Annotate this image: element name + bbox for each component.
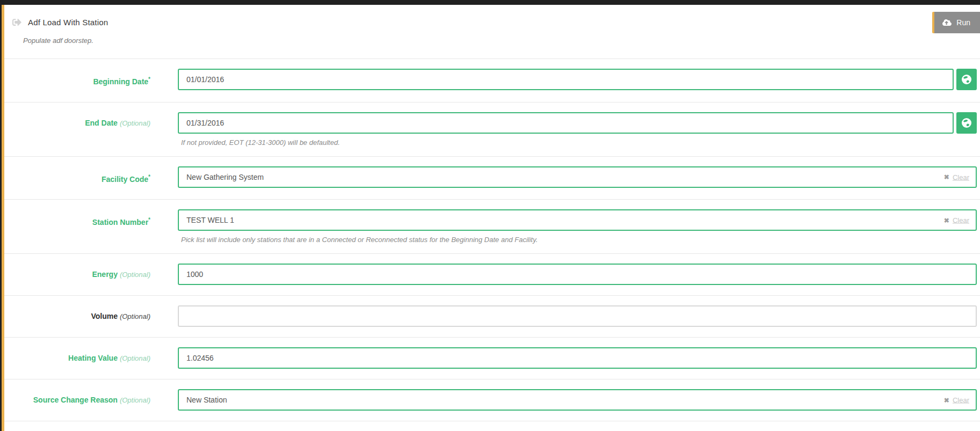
required-asterisk: * — [148, 174, 150, 180]
form-row-beginning-date: Beginning Date* — [4, 59, 980, 102]
beginning-date-label: Beginning Date* — [4, 69, 150, 92]
field-label-text: End Date — [85, 119, 118, 127]
optional-tag: (Optional) — [120, 396, 150, 404]
globe-icon — [961, 74, 972, 85]
cloud-upload-icon — [942, 19, 952, 26]
facility-code-input[interactable] — [178, 166, 977, 188]
field-label-text: Energy — [92, 270, 117, 279]
page-subtitle: Populate adf doorstep. — [23, 36, 980, 45]
source-change-reason-input[interactable] — [178, 389, 977, 411]
clear-x-icon: ✖ — [944, 173, 949, 181]
date-picker-button[interactable] — [956, 112, 977, 134]
form-row-source-change-reason: Source Change Reason(Optional) ✖ Clear — [4, 379, 980, 421]
clear-link-label: Clear — [953, 173, 969, 181]
page-title: Adf Load With Station — [28, 18, 108, 27]
form-row-station-number: Station Number* ✖ Clear Pick list will i… — [4, 199, 980, 253]
clear-x-icon: ✖ — [944, 216, 949, 224]
energy-input[interactable] — [178, 264, 977, 285]
beginning-date-input[interactable] — [178, 69, 954, 90]
optional-tag: (Optional) — [120, 354, 150, 362]
volume-label: Volume(Optional) — [4, 305, 150, 327]
date-picker-button[interactable] — [956, 69, 977, 90]
clear-link-label: Clear — [953, 396, 969, 404]
field-helper-text: Pick list will include only stations tha… — [181, 236, 977, 244]
optional-tag: (Optional) — [120, 119, 150, 127]
clear-x-icon: ✖ — [944, 396, 949, 404]
field-label-text: Volume — [91, 312, 118, 320]
form-row-volume: Volume(Optional) — [4, 295, 980, 337]
globe-icon — [961, 118, 972, 128]
end-date-label: End Date(Optional) — [4, 112, 150, 134]
run-button[interactable]: Run — [932, 12, 980, 33]
panel-header: Adf Load With Station Populate adf doors… — [4, 5, 980, 59]
field-label-text: Heating Value — [68, 354, 118, 362]
energy-label: Energy(Optional) — [4, 264, 150, 286]
clear-link[interactable]: ✖ Clear — [944, 173, 969, 181]
optional-tag: (Optional) — [120, 312, 150, 320]
form-row-end-date: End Date(Optional) If not provided, EOT … — [4, 102, 980, 156]
field-label-text: Facility Code — [102, 174, 148, 183]
run-button-label: Run — [956, 18, 970, 27]
end-date-input[interactable] — [178, 112, 954, 134]
field-label-text: Beginning Date — [93, 77, 148, 86]
clear-link[interactable]: ✖ Clear — [944, 216, 969, 224]
task-panel: Run Adf Load With Station Populate adf d… — [2, 5, 980, 431]
form-row-facility-code: Facility Code* ✖ Clear — [4, 156, 980, 200]
station-number-input[interactable] — [178, 209, 977, 231]
sign-out-icon — [12, 18, 21, 27]
source-change-reason-label: Source Change Reason(Optional) — [4, 389, 150, 411]
field-label-text: Station Number — [92, 218, 148, 227]
window-left-edge — [0, 0, 2, 431]
volume-input[interactable] — [178, 305, 977, 327]
heating-value-input[interactable] — [178, 347, 977, 369]
form-row-heating-value: Heating Value(Optional) — [4, 337, 980, 379]
heating-value-label: Heating Value(Optional) — [4, 347, 150, 369]
field-helper-text: If not provided, EOT (12-31-3000) will b… — [181, 138, 977, 147]
field-label-text: Source Change Reason — [33, 396, 118, 404]
optional-tag: (Optional) — [120, 271, 150, 279]
required-asterisk: * — [148, 217, 150, 223]
clear-link-label: Clear — [953, 216, 969, 224]
form-row-pressure-base: Pressure Base(Optional) — [4, 421, 980, 431]
form-row-energy: Energy(Optional) — [4, 253, 980, 295]
window-top-edge — [0, 0, 980, 5]
station-number-label: Station Number* — [4, 209, 150, 233]
clear-link[interactable]: ✖ Clear — [944, 396, 969, 404]
facility-code-label: Facility Code* — [4, 166, 150, 190]
required-asterisk: * — [148, 76, 150, 82]
